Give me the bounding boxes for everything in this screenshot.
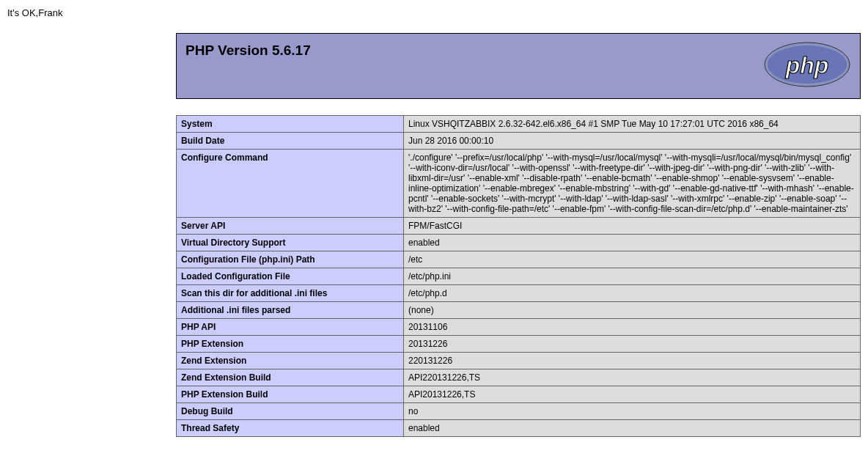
config-key: Scan this dir for additional .ini files	[177, 285, 404, 302]
table-row: Zend Extension Build API220131226,TS	[177, 369, 861, 386]
table-row: Configuration File (php.ini) Path /etc	[177, 251, 861, 268]
config-key: PHP Extension Build	[177, 386, 404, 403]
table-row: Scan this dir for additional .ini files …	[177, 285, 861, 302]
config-key: Zend Extension Build	[177, 369, 404, 386]
config-key: Debug Build	[177, 403, 404, 420]
config-value: FPM/FastCGI	[404, 218, 861, 235]
config-key: Server API	[177, 218, 404, 235]
config-value: enabled	[404, 420, 861, 437]
config-value: enabled	[404, 235, 861, 251]
table-row: Additional .ini files parsed (none)	[177, 302, 861, 319]
config-key: Build Date	[177, 133, 404, 150]
table-row: PHP Extension Build API20131226,TS	[177, 386, 861, 403]
config-key: System	[177, 116, 404, 133]
config-value: Jun 28 2016 00:00:10	[404, 133, 861, 150]
table-row: Build Date Jun 28 2016 00:00:10	[177, 133, 861, 150]
config-value: './configure' '--prefix=/usr/local/php' …	[404, 150, 861, 218]
table-row: Debug Build no	[177, 403, 861, 420]
config-key: Loaded Configuration File	[177, 268, 404, 285]
config-value: 20131226	[404, 336, 861, 353]
config-key: PHP Extension	[177, 336, 404, 353]
table-row: PHP Extension 20131226	[177, 336, 861, 353]
config-value: 20131106	[404, 319, 861, 336]
config-key: Additional .ini files parsed	[177, 302, 404, 319]
php-version-title: PHP Version 5.6.17	[185, 43, 851, 59]
table-row: Zend Extension 220131226	[177, 353, 861, 369]
config-value: no	[404, 403, 861, 420]
table-row: Virtual Directory Support enabled	[177, 235, 861, 251]
config-value: (none)	[404, 302, 861, 319]
table-row: Configure Command './configure' '--prefi…	[177, 150, 861, 218]
phpinfo-header: PHP Version 5.6.17 php	[176, 33, 861, 99]
phpinfo-container: PHP Version 5.6.17 php System Linux VSHQ…	[176, 33, 861, 437]
config-value: API220131226,TS	[404, 369, 861, 386]
config-key: PHP API	[177, 319, 404, 336]
page-message: It's OK,Frank	[0, 0, 868, 18]
config-value: Linux VSHQITZABBIX 2.6.32-642.el6.x86_64…	[404, 116, 861, 133]
config-value: 220131226	[404, 353, 861, 369]
config-key: Configure Command	[177, 150, 404, 218]
phpinfo-table-body: System Linux VSHQITZABBIX 2.6.32-642.el6…	[177, 116, 861, 437]
table-row: System Linux VSHQITZABBIX 2.6.32-642.el6…	[177, 116, 861, 133]
table-row: Loaded Configuration File /etc/php.ini	[177, 268, 861, 285]
phpinfo-table: System Linux VSHQITZABBIX 2.6.32-642.el6…	[176, 115, 861, 437]
config-key: Zend Extension	[177, 353, 404, 369]
table-row: Server API FPM/FastCGI	[177, 218, 861, 235]
config-value: /etc	[404, 251, 861, 268]
config-value: /etc/php.ini	[404, 268, 861, 285]
config-value: /etc/php.d	[404, 285, 861, 302]
table-row: Thread Safety enabled	[177, 420, 861, 437]
config-value: API20131226,TS	[404, 386, 861, 403]
config-key: Thread Safety	[177, 420, 404, 437]
config-key: Virtual Directory Support	[177, 235, 404, 251]
config-key: Configuration File (php.ini) Path	[177, 251, 404, 268]
table-row: PHP API 20131106	[177, 319, 861, 336]
svg-text:php: php	[785, 52, 829, 78]
php-logo-icon: php	[763, 41, 851, 91]
